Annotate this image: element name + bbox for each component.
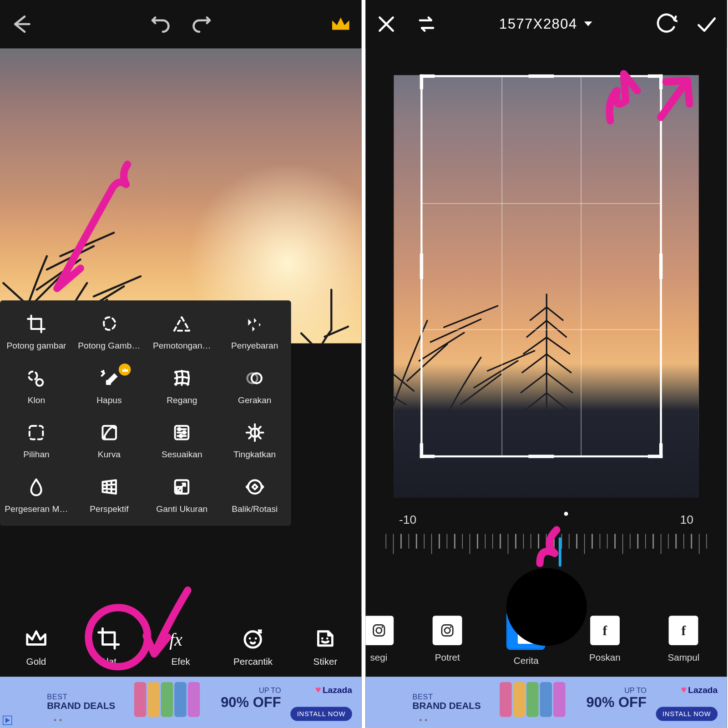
back-icon[interactable]: [10, 13, 32, 35]
tool-curves[interactable]: Kurva: [73, 412, 146, 466]
resize-icon: [172, 477, 192, 497]
fx-icon: fx: [169, 627, 193, 651]
svg-point-22: [381, 626, 383, 628]
svg-point-27: [523, 627, 529, 633]
crop-icon: [96, 627, 121, 651]
tools-panel: Potong gambar Potong Gamb… Pemotongan… P…: [0, 300, 291, 526]
install-button[interactable]: INSTALL NOW: [290, 707, 352, 721]
perspective-icon: [99, 477, 119, 497]
curves-icon: [99, 423, 119, 443]
tool-shape-crop[interactable]: Potong Gamb…: [73, 303, 146, 357]
tool-motion[interactable]: Gerakan: [218, 358, 291, 412]
svg-point-7: [103, 436, 106, 439]
instagram-icon: [518, 617, 534, 644]
aspect-square[interactable]: segi: [365, 616, 395, 662]
undo-icon[interactable]: [149, 13, 172, 35]
install-button[interactable]: INSTALL NOW: [656, 707, 718, 721]
tool-perspective[interactable]: Perspektif: [73, 466, 146, 520]
enhance-icon: [245, 423, 265, 443]
image-preview[interactable]: [0, 48, 361, 344]
top-bar: [0, 0, 361, 48]
instagram-icon: [433, 616, 462, 645]
svg-point-21: [376, 627, 381, 633]
svg-point-24: [445, 627, 450, 633]
heart-icon: ♥: [315, 683, 321, 695]
top-bar: 1577X2804: [365, 0, 727, 48]
close-icon[interactable]: [375, 13, 398, 35]
premium-badge-icon: [119, 364, 131, 376]
sticker-icon: [313, 627, 337, 651]
flip-rotate-icon: [245, 477, 265, 497]
svg-point-28: [529, 626, 531, 628]
tool-selection[interactable]: Pilihan: [0, 412, 73, 466]
svg-rect-2: [106, 380, 111, 385]
aspect-nav: segi Potret Cerita fPoskan fSampul: [365, 608, 727, 670]
svg-rect-5: [30, 426, 43, 439]
svg-point-16: [248, 480, 261, 493]
face-sparkle-icon: [241, 627, 265, 651]
tool-cutout[interactable]: Pemotongan…: [146, 303, 218, 357]
triangle-dash-icon: [172, 314, 192, 334]
premium-crown-icon[interactable]: [329, 13, 352, 35]
ad-brand: ♥Lazada: [315, 683, 352, 695]
nav-effects[interactable]: fxEfek: [151, 627, 211, 667]
nav-gold[interactable]: Gold: [6, 627, 66, 667]
tool-adjust[interactable]: Sesuaikan: [146, 412, 218, 466]
svg-point-1: [36, 379, 43, 386]
droplet-icon: [26, 477, 46, 497]
eraser-sparkle-icon: [99, 368, 119, 388]
motion-icon: [245, 368, 265, 388]
ad-brand: ♥Lazada: [681, 683, 718, 695]
ruler-cursor[interactable]: [559, 537, 561, 567]
editor-screen-tools: Potong gambar Potong Gamb… Pemotongan… P…: [0, 0, 361, 728]
aspect-story[interactable]: Cerita: [499, 612, 553, 666]
clone-icon: [26, 368, 46, 388]
nav-sticker[interactable]: Stiker: [295, 627, 356, 667]
redo-icon[interactable]: [189, 13, 212, 35]
lasso-icon: [99, 314, 119, 334]
rotate-icon[interactable]: [655, 13, 677, 35]
warp-grid-icon: [172, 368, 192, 388]
tool-stretch[interactable]: Regang: [146, 358, 218, 412]
aspect-post[interactable]: fPoskan: [578, 616, 632, 662]
aspect-cover[interactable]: fSampul: [657, 616, 710, 662]
nav-tools[interactable]: Alat: [78, 627, 139, 667]
crop-frame[interactable]: [420, 75, 662, 457]
dimensions-dropdown[interactable]: 1577X2804: [499, 16, 593, 32]
svg-point-18: [245, 632, 261, 647]
tool-clone[interactable]: Klon: [0, 358, 73, 412]
instagram-icon: [365, 616, 393, 645]
tool-tiltshift[interactable]: Pergeseran M…: [0, 466, 73, 520]
svg-point-11: [183, 431, 186, 434]
ruler-ticks: [365, 534, 727, 563]
tool-dispersion[interactable]: Penyebaran: [218, 303, 291, 357]
heart-icon: ♥: [681, 683, 687, 695]
confirm-icon[interactable]: [695, 13, 718, 35]
sliders-icon: [172, 423, 192, 443]
page-dots: ••: [419, 716, 430, 725]
selection-icon: [26, 423, 46, 443]
svg-point-25: [450, 626, 452, 628]
tool-resize[interactable]: Ganti Ukuran: [146, 466, 218, 520]
tool-crop[interactable]: Potong gambar: [0, 303, 73, 357]
chevron-down-icon: [582, 20, 593, 28]
svg-point-12: [180, 435, 182, 437]
nav-beautify[interactable]: Percantik: [223, 627, 283, 667]
bottom-nav: Gold Alat fxEfek Percantik Stiker: [0, 617, 361, 677]
tool-enhance[interactable]: Tingkatkan: [218, 412, 291, 466]
svg-text:fx: fx: [170, 630, 183, 650]
svg-point-8: [113, 426, 116, 429]
crop-icon: [26, 314, 46, 334]
page-dots: ••: [54, 716, 65, 725]
tool-flip-rotate[interactable]: Balik/Rotasi: [218, 466, 291, 520]
rotation-ruler[interactable]: -1010: [365, 513, 727, 566]
swap-icon[interactable]: [415, 13, 438, 35]
dispersion-icon: [245, 314, 265, 334]
adchoices-icon[interactable]: [3, 716, 12, 725]
crown-outline-icon: [24, 627, 48, 651]
svg-point-10: [178, 428, 181, 431]
aspect-portrait[interactable]: Potret: [420, 616, 474, 662]
facebook-icon: f: [669, 616, 698, 645]
tool-remove[interactable]: Hapus: [73, 358, 146, 412]
svg-point-0: [29, 372, 37, 380]
